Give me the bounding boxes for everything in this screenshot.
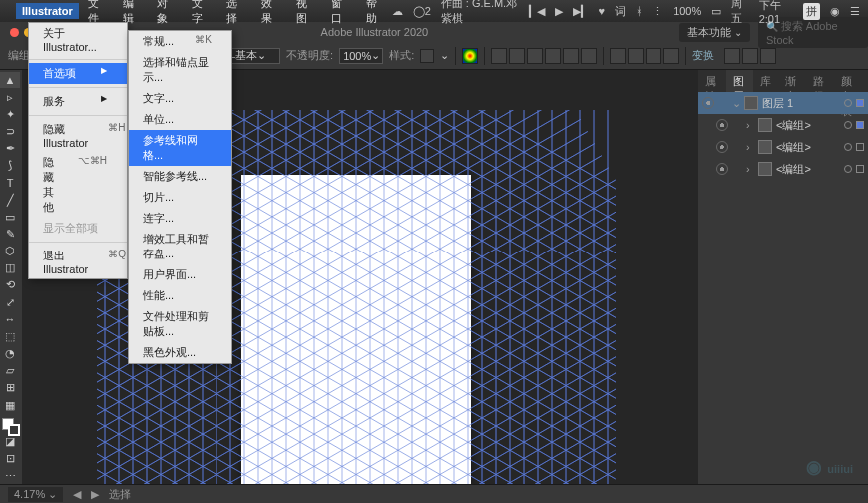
target-icon[interactable] bbox=[844, 165, 852, 173]
rotate-tool[interactable]: ⟲ bbox=[0, 277, 20, 293]
menu-quit[interactable]: 退出 Illustrator⌘Q bbox=[29, 246, 127, 278]
opacity-input[interactable]: 100% ⌄ bbox=[339, 48, 383, 64]
pref-black-appearance[interactable]: 黑色外观... bbox=[129, 342, 231, 363]
selection-indicator bbox=[856, 121, 864, 129]
shaper-tool[interactable]: ⬡ bbox=[0, 244, 20, 259]
menu-preferences[interactable]: 首选项 bbox=[29, 63, 127, 84]
menu-hide[interactable]: 隐藏 Illustrator⌘H bbox=[29, 119, 127, 152]
pref-units[interactable]: 单位... bbox=[129, 109, 231, 130]
mesh-tool[interactable]: ⊞ bbox=[0, 380, 20, 396]
layer-row[interactable]: ⌄ 图层 1 bbox=[698, 92, 868, 114]
menu-about[interactable]: 关于 Illustrator... bbox=[29, 23, 127, 56]
layer-name[interactable]: 图层 1 bbox=[762, 96, 793, 111]
layer-name[interactable]: <编组> bbox=[776, 118, 811, 133]
curvature-tool[interactable]: ⟆ bbox=[0, 158, 20, 174]
pref-general[interactable]: 常规...⌘K bbox=[129, 31, 231, 52]
selection-tool[interactable]: ▲ bbox=[0, 72, 20, 88]
layer-row[interactable]: › <编组> bbox=[698, 136, 868, 158]
expand-arrow-icon[interactable]: › bbox=[746, 163, 754, 175]
screen-mode[interactable]: ⊡ bbox=[0, 451, 20, 467]
visibility-toggle[interactable] bbox=[702, 97, 714, 109]
menu-object[interactable]: 对象 bbox=[150, 0, 183, 28]
media-play-icon[interactable]: ▶ bbox=[555, 5, 563, 18]
visibility-toggle[interactable] bbox=[716, 141, 728, 153]
expand-arrow-icon[interactable]: › bbox=[746, 141, 754, 153]
pref-ui[interactable]: 用户界面... bbox=[129, 264, 231, 285]
app-menu[interactable]: Illustrator bbox=[16, 3, 79, 19]
menu-select[interactable]: 选择 bbox=[219, 0, 252, 28]
notif-icon[interactable]: ☰ bbox=[850, 5, 860, 18]
transform-link[interactable]: 变换 bbox=[692, 48, 714, 63]
recolor-icon[interactable] bbox=[462, 48, 478, 64]
pref-file-clipboard[interactable]: 文件处理和剪贴板... bbox=[129, 306, 231, 342]
pref-hyphenation[interactable]: 连字... bbox=[129, 208, 231, 229]
lyrics-icon[interactable]: 词 bbox=[615, 4, 626, 19]
artboard-nav-prev-icon[interactable]: ◀ bbox=[73, 488, 81, 501]
menu-help[interactable]: 帮助 bbox=[359, 0, 392, 28]
width-tool[interactable]: ↔ bbox=[0, 311, 20, 327]
status-bar: 4.17% ⌄ ◀ ▶ 选择 bbox=[0, 484, 868, 503]
siri-icon[interactable]: ◉ bbox=[830, 5, 840, 18]
paintbrush-tool[interactable]: ✎ bbox=[0, 226, 20, 242]
visibility-toggle[interactable] bbox=[716, 119, 728, 131]
media-next-icon[interactable]: ▶▎ bbox=[573, 5, 589, 18]
ime-indicator[interactable]: 拼 bbox=[803, 3, 820, 20]
pref-plugins[interactable]: 增效工具和暂存盘... bbox=[129, 229, 231, 264]
menu-hide-others[interactable]: 隐藏其他⌥⌘H bbox=[29, 152, 127, 218]
pref-performance[interactable]: 性能... bbox=[129, 285, 231, 306]
media-prev-icon[interactable]: ▎◀ bbox=[529, 5, 545, 18]
visibility-toggle[interactable] bbox=[716, 163, 728, 175]
pref-smart-guides[interactable]: 智能参考线... bbox=[129, 166, 231, 187]
expand-arrow-icon[interactable]: › bbox=[746, 119, 754, 131]
menu-services[interactable]: 服务 bbox=[29, 91, 127, 112]
pref-guides-grid[interactable]: 参考线和网格... bbox=[129, 130, 231, 166]
free-transform-tool[interactable]: ⬚ bbox=[0, 328, 20, 344]
direct-select-tool[interactable]: ▹ bbox=[0, 89, 20, 105]
perspective-tool[interactable]: ▱ bbox=[0, 363, 20, 379]
style-swatch[interactable] bbox=[420, 49, 434, 63]
line-tool[interactable]: ╱ bbox=[0, 192, 20, 208]
pref-type[interactable]: 文字... bbox=[129, 88, 231, 109]
target-icon[interactable] bbox=[844, 143, 852, 151]
heart-icon[interactable]: ♥ bbox=[599, 5, 606, 17]
layer-row[interactable]: › <编组> bbox=[698, 114, 868, 136]
misc-buttons[interactable] bbox=[724, 48, 776, 64]
tab-libraries[interactable]: 库 bbox=[753, 70, 778, 92]
shape-builder-tool[interactable]: ◔ bbox=[0, 346, 20, 362]
tab-swatches[interactable]: 颜色表 bbox=[834, 70, 868, 92]
eraser-tool[interactable]: ◫ bbox=[0, 260, 20, 276]
menu-type[interactable]: 文字 bbox=[185, 0, 217, 28]
tab-gradient[interactable]: 渐变 bbox=[778, 70, 806, 92]
align-buttons[interactable] bbox=[491, 48, 597, 64]
pen-tool[interactable]: ✒ bbox=[0, 141, 20, 157]
edit-toolbar[interactable]: ⋯ bbox=[0, 468, 20, 484]
magic-wand-tool[interactable]: ✦ bbox=[0, 106, 20, 122]
type-tool[interactable]: T bbox=[0, 175, 20, 191]
pathfinder-buttons[interactable] bbox=[610, 48, 679, 64]
tab-layers[interactable]: 图层 bbox=[726, 70, 754, 92]
target-icon[interactable] bbox=[844, 121, 852, 129]
expand-arrow-icon[interactable]: ⌄ bbox=[732, 97, 740, 110]
tab-path[interactable]: 路径 bbox=[806, 70, 834, 92]
pref-selection-anchor[interactable]: 选择和锚点显示... bbox=[129, 52, 231, 88]
now-playing: 作曲 : G.E.M.邓紫棋 bbox=[441, 0, 519, 26]
artboard-nav-next-icon[interactable]: ▶ bbox=[91, 488, 99, 501]
menu-view[interactable]: 视图 bbox=[289, 0, 322, 28]
lasso-tool[interactable]: ⊃ bbox=[0, 123, 20, 139]
layer-row[interactable]: › <编组> bbox=[698, 158, 868, 180]
layer-name[interactable]: <编组> bbox=[776, 162, 811, 177]
layer-name[interactable]: <编组> bbox=[776, 140, 811, 155]
rectangle-tool[interactable]: ▭ bbox=[0, 209, 20, 225]
close-button[interactable] bbox=[10, 28, 19, 37]
watermark: ◉ uiiiui bbox=[806, 456, 853, 478]
target-icon[interactable] bbox=[844, 99, 852, 107]
tab-properties[interactable]: 属性 bbox=[698, 70, 726, 92]
menu-window[interactable]: 窗口 bbox=[324, 0, 357, 28]
cloud-icon: ☁ bbox=[392, 5, 403, 18]
scale-tool[interactable]: ⤢ bbox=[0, 294, 20, 310]
zoom-level[interactable]: 4.17% ⌄ bbox=[8, 487, 63, 502]
fill-stroke-indicator[interactable] bbox=[2, 418, 20, 433]
gradient-tool[interactable]: ▦ bbox=[0, 397, 20, 413]
menu-effect[interactable]: 效果 bbox=[254, 0, 287, 28]
pref-slices[interactable]: 切片... bbox=[129, 187, 231, 208]
